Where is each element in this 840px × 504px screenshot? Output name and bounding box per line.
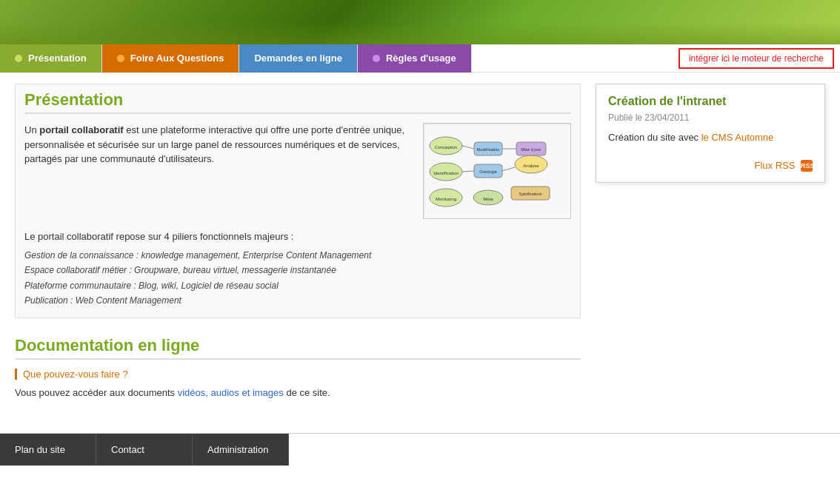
footer-label-contact: Contact — [111, 444, 144, 455]
diagram-image: Conception Identification Ontologie Modé… — [423, 123, 571, 219]
presentation-box: Présentation Un portail collaboratif est… — [15, 84, 581, 318]
doc-text-start: Vous pouvez accéder aux documents — [15, 387, 178, 398]
nav-label-presentation: Présentation — [28, 53, 87, 64]
documentation-text: Vous pouvez accéder aux documents vidéos… — [15, 386, 581, 400]
doc-text-links[interactable]: vidéos, audios et images — [178, 387, 284, 398]
piliers-intro: Le portail collaboratif repose sur 4 pil… — [24, 231, 571, 242]
news-card: Création de l'intranet Publié le 23/04/2… — [596, 84, 825, 183]
svg-text:Monitoring: Monitoring — [436, 197, 456, 201]
footer-item-contact[interactable]: Contact — [96, 434, 193, 466]
nav-label-demandes: Demandes en ligne — [254, 53, 341, 64]
footer-label-administration: Administration — [207, 444, 268, 455]
nav-item-regles[interactable]: Règles d'usage — [358, 44, 472, 73]
nature-banner — [0, 0, 840, 44]
documentation-subtitle: Que pouvez-vous faire ? — [15, 369, 581, 380]
news-card-title: Création de l'intranet — [608, 95, 813, 108]
nav-item-demandes[interactable]: Demandes en ligne — [239, 44, 357, 73]
doc-text-end: de ce site. — [284, 387, 330, 398]
documentation-section: Documentation en ligne Que pouvez-vous f… — [15, 336, 581, 400]
footer-item-plan[interactable]: Plan du site — [0, 434, 96, 466]
rss-icon: RSS — [801, 160, 813, 172]
svg-text:Ontologie: Ontologie — [479, 169, 497, 174]
search-box[interactable]: intégrer ici le moteur de recherche — [679, 48, 834, 69]
pilier-2: Espace collaboratif métier : Groupware, … — [24, 263, 571, 278]
nav-dot-orange — [117, 55, 124, 62]
pilier-4: Publication : Web Content Management — [24, 293, 571, 308]
nav-dot-purple — [373, 55, 380, 62]
nav-label-regles: Règles d'usage — [386, 53, 456, 64]
svg-text:Méta: Méta — [483, 197, 493, 201]
pilier-1: Gestion de la connaissance : knowledge m… — [24, 248, 571, 263]
left-column: Présentation Un portail collaboratif est… — [15, 84, 581, 400]
news-title-text: Création de l'intranet — [608, 95, 726, 107]
footer-item-administration[interactable]: Administration — [193, 434, 289, 466]
right-column: Création de l'intranet Publié le 23/04/2… — [596, 84, 825, 400]
intro-text: Un portail collaboratif est une platefor… — [24, 123, 411, 219]
flux-rss-label: Flux RSS — [754, 160, 795, 171]
news-date: Publié le 23/04/2011 — [608, 112, 813, 123]
intro-block: Un portail collaboratif est une platefor… — [24, 123, 571, 219]
presentation-title: Présentation — [24, 90, 571, 114]
nav-bar: Présentation Foire Aux Questions Demande… — [0, 44, 840, 73]
search-label: intégrer ici le moteur de recherche — [689, 53, 824, 64]
main-content: Présentation Un portail collaboratif est… — [0, 73, 840, 411]
documentation-title: Documentation en ligne — [15, 336, 581, 360]
nav-dot-green — [15, 55, 22, 62]
nav-item-faq[interactable]: Foire Aux Questions — [102, 44, 240, 73]
svg-text:Modélisation: Modélisation — [477, 147, 500, 152]
nav-item-presentation[interactable]: Présentation — [0, 44, 102, 73]
svg-text:Analyse: Analyse — [523, 164, 539, 168]
nav-label-faq: Foire Aux Questions — [130, 53, 224, 64]
footer: Plan du site Contact Administration — [0, 433, 840, 466]
footer-label-plan: Plan du site — [15, 444, 65, 455]
intro-bold: portail collaboratif — [39, 124, 123, 135]
news-content-start: Création du site avec — [608, 132, 701, 143]
svg-text:Conception: Conception — [435, 145, 457, 149]
news-content: Création du site avec le CMS Automne — [608, 130, 813, 145]
piliers-list: Gestion de la connaissance : knowledge m… — [24, 248, 571, 309]
svg-text:Spécifications: Spécifications — [519, 192, 542, 196]
svg-text:Identification: Identification — [433, 171, 459, 175]
news-content-highlight: le CMS Automne — [701, 132, 774, 143]
pilier-3: Plateforme communautaire : Blog, wiki, L… — [24, 278, 571, 293]
flux-rss-link[interactable]: Flux RSS RSS — [608, 160, 813, 172]
svg-text:Mise à jour: Mise à jour — [521, 147, 541, 152]
